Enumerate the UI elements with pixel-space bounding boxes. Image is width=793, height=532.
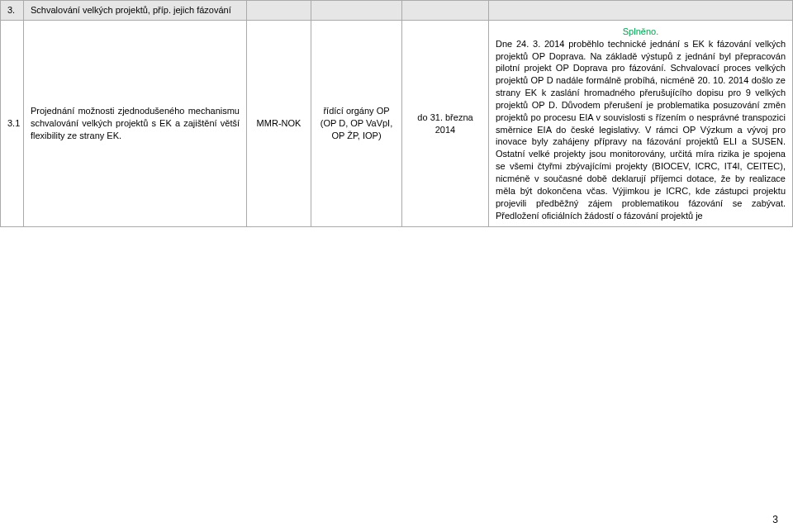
- section-cell-gestor: [247, 1, 311, 21]
- section-num: 3.: [1, 1, 24, 21]
- risk-table: Číslo rizikaOpatřeníGestorSpolupráceTerm…: [0, 0, 793, 227]
- row-termin: do 31. března 2014: [402, 20, 489, 227]
- row-gestor: MMR-NOK: [247, 20, 311, 227]
- page-number: 3: [772, 514, 778, 525]
- row-komentar-status: Splněno.: [496, 26, 786, 38]
- row-komentar-cell: Splněno. Dne 24. 3. 2014 proběhlo techni…: [489, 20, 793, 227]
- section-row: 3. Schvalování velkých projektů, příp. j…: [1, 1, 793, 21]
- section-cell-kom: [489, 1, 793, 21]
- table-row: 3.1 Projednání možnosti zjednodušeného m…: [1, 20, 793, 227]
- section-cell-spol: [311, 1, 402, 21]
- row-num: 3.1: [1, 20, 24, 227]
- row-opatreni: Projednání možnosti zjednodušeného mecha…: [24, 20, 247, 227]
- section-cell-term: [402, 1, 489, 21]
- row-komentar-text: Dne 24. 3. 2014 proběhlo technické jedná…: [496, 39, 786, 221]
- section-title: Schvalování velkých projektů, příp. jeji…: [24, 1, 247, 21]
- row-spoluprace: řídící orgány OP (OP D, OP VaVpI, OP ŽP,…: [311, 20, 402, 227]
